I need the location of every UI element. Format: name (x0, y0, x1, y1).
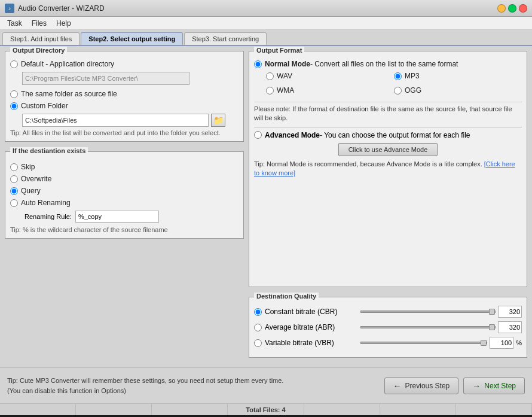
radio-query-label: Query (21, 187, 41, 195)
radio-cbr[interactable] (254, 308, 262, 316)
radio-same-label: The same folder as source file (21, 90, 117, 98)
prev-btn-label: Previous Step (405, 382, 450, 390)
rename-rule-input[interactable] (75, 211, 159, 223)
vbr-percent-label: % (516, 339, 522, 346)
radio-abr[interactable] (254, 324, 262, 331)
radio-skip-row: Skip (10, 163, 239, 171)
abr-slider[interactable] (360, 326, 496, 328)
radio-advanced-mode[interactable] (254, 131, 262, 139)
output-format-title: Output Format (254, 47, 304, 54)
bottom-bar: Tip: Cute MP3 Converter will remember th… (0, 367, 532, 403)
radio-custom-label: Custom Folder (21, 102, 68, 110)
maximize-button[interactable] (508, 4, 516, 13)
radio-same-row: The same folder as source file (10, 90, 239, 98)
radio-normal-mode[interactable] (254, 60, 262, 68)
normal-mode-label: Normal Mode- Convert all files on the li… (265, 60, 458, 68)
radio-skip-label: Skip (21, 163, 35, 171)
radio-default-label: Default - Application directory (21, 60, 114, 68)
status-seg-1 (0, 404, 76, 415)
window-controls (497, 4, 527, 13)
advanced-mode-row: Advanced Mode- You can choose the output… (254, 131, 522, 139)
cbr-row: Constant bitrate (CBR) (254, 306, 522, 318)
abr-row: Average bitrate (ABR) (254, 321, 522, 333)
status-seg-3 (152, 404, 228, 415)
wav-label: WAV (277, 72, 292, 80)
tab-step1[interactable]: Step1. Add input files (2, 32, 80, 45)
vbr-slider[interactable] (360, 342, 487, 344)
title-bar: ♪ Audio Converter - WIZARD (0, 0, 532, 17)
next-arrow-icon: → (472, 381, 481, 391)
radio-vbr[interactable] (254, 339, 262, 347)
rename-rule-row: Renaming Rule: (25, 211, 239, 223)
browse-folder-button[interactable]: 📁 (211, 114, 225, 127)
left-panel: Output Directory Default - Application d… (5, 51, 244, 363)
radio-query[interactable] (10, 187, 18, 195)
menu-files[interactable]: Files (27, 18, 51, 29)
radio-skip[interactable] (10, 163, 18, 171)
tab-step3[interactable]: Step3. Start converting (184, 32, 267, 45)
output-directory-title: Output Directory (10, 47, 67, 54)
destination-exists-title: If the destiantion exists (10, 147, 88, 154)
rename-tip: Tip: % is the wildcard character of the … (10, 226, 239, 233)
radio-wma[interactable] (266, 87, 274, 95)
app-icon: ♪ (5, 4, 14, 13)
right-panel: Output Format Normal Mode- Convert all f… (249, 51, 527, 363)
radio-ogg[interactable] (394, 87, 402, 95)
use-advanced-mode-button[interactable]: Click to use Advance Mode (338, 143, 438, 156)
vbr-spinbox[interactable] (490, 337, 513, 349)
radio-same[interactable] (10, 90, 18, 98)
previous-step-button[interactable]: ← Previous Step (384, 378, 459, 394)
radio-ogg-row: OGG (394, 86, 522, 95)
radio-wav[interactable] (266, 72, 274, 80)
radio-custom[interactable] (10, 102, 18, 110)
bottom-tip: Tip: Cute MP3 Converter will remember th… (7, 376, 380, 395)
radio-default[interactable] (10, 60, 18, 68)
radio-wma-row: WMA (266, 86, 394, 95)
radio-overwrite-label: Overwrite (21, 175, 51, 183)
cbr-spinbox[interactable] (498, 306, 522, 318)
radio-wav-row: WAV (266, 72, 394, 80)
radio-overwrite[interactable] (10, 175, 18, 183)
destination-quality-title: Destination Quality (254, 293, 319, 300)
abr-slider-container (360, 321, 522, 333)
close-button[interactable] (519, 4, 527, 13)
radio-autorename[interactable] (10, 199, 18, 207)
main-content: Output Directory Default - Application d… (0, 46, 532, 367)
menu-help[interactable]: Help (51, 18, 76, 29)
destination-quality-group: Destination Quality Constant bitrate (CB… (249, 297, 527, 358)
cbr-label: Constant bitrate (CBR) (265, 308, 360, 316)
rename-rule-label: Renaming Rule: (25, 213, 72, 220)
status-seg-2 (76, 404, 152, 415)
output-format-group: Output Format Normal Mode- Convert all f… (249, 51, 527, 287)
mp3-label: MP3 (405, 72, 420, 80)
output-directory-group: Output Directory Default - Application d… (5, 51, 244, 142)
bottom-tip-line2: (You can disable this function in Option… (7, 386, 380, 396)
advanced-mode-label: Advanced Mode- You can choose the output… (265, 131, 470, 139)
minimize-button[interactable] (497, 4, 506, 13)
normal-mode-row: Normal Mode- Convert all files on the li… (254, 60, 522, 68)
tab-bar: Step1. Add input files Step2. Select out… (0, 30, 532, 46)
next-btn-label: Next Step (484, 382, 516, 390)
output-directory-content: Default - Application directory The same… (10, 56, 239, 136)
output-dir-tip: Tip: All files in the list will be conve… (10, 129, 239, 136)
advanced-tip: Tip: Normal Mode is recommended, because… (254, 160, 522, 178)
radio-autorename-label: Auto Renaming (21, 199, 71, 207)
menu-task[interactable]: Task (2, 18, 27, 29)
next-step-button[interactable]: → Next Step (463, 378, 525, 394)
radio-overwrite-row: Overwrite (10, 175, 239, 183)
radio-query-row: Query (10, 187, 239, 195)
prev-arrow-icon: ← (393, 381, 402, 391)
destination-exists-group: If the destiantion exists Skip Overwrite… (5, 151, 244, 239)
bottom-tip-line1: Tip: Cute MP3 Converter will remember th… (7, 376, 380, 386)
abr-spinbox[interactable] (498, 321, 522, 333)
cbr-slider[interactable] (360, 311, 496, 313)
default-path-input (22, 72, 189, 85)
status-seg-6 (380, 404, 456, 415)
output-format-content: Normal Mode- Convert all files on the li… (254, 56, 522, 178)
status-bar: Total Files: 4 (0, 403, 532, 415)
ogg-label: OGG (405, 86, 421, 95)
radio-mp3[interactable] (394, 72, 402, 80)
custom-path-input[interactable] (22, 114, 209, 127)
radio-autorename-row: Auto Renaming (10, 199, 239, 207)
tab-step2[interactable]: Step2. Select output setting (81, 32, 183, 45)
